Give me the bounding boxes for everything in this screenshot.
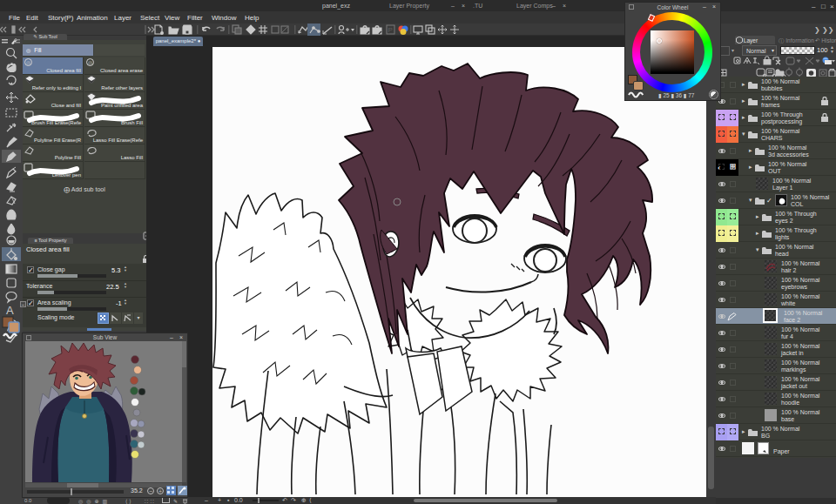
svg-text:P: P (388, 26, 393, 34)
svg-text:A: A (6, 304, 14, 317)
